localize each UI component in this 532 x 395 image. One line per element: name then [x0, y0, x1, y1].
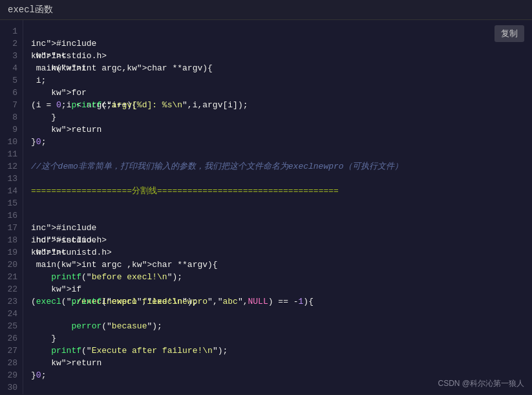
- line-numbers: 1234567891011121314151617181920212223242…: [0, 20, 23, 394]
- title-bar: execl函数: [0, 0, 532, 20]
- code-container: 复制 1234567891011121314151617181920212223…: [0, 20, 532, 394]
- code-content: inc">#include hdr"><stdio.h>kw">int main…: [23, 20, 532, 394]
- watermark: CSDN @科尔沁第一狼人: [438, 378, 524, 389]
- copy-button[interactable]: 复制: [495, 25, 524, 42]
- code-block: 1234567891011121314151617181920212223242…: [0, 20, 532, 394]
- page-title: execl函数: [8, 5, 53, 15]
